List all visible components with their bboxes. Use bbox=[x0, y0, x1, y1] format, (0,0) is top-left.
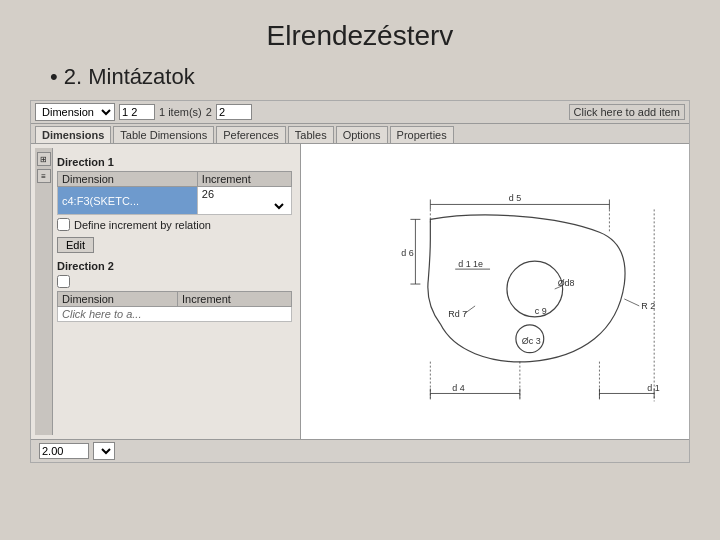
sidebar-icon-list[interactable]: ≡ bbox=[37, 169, 51, 183]
inc-select[interactable] bbox=[202, 200, 287, 213]
table-row: c4:F3(SKETC... 26 bbox=[58, 187, 292, 215]
d1-label: d 1 bbox=[647, 383, 659, 393]
d11e-label: d 1 1e bbox=[458, 259, 483, 269]
tab-peferences[interactable]: Peferences bbox=[216, 126, 286, 143]
tab-table-dimensions[interactable]: Table Dimensions bbox=[113, 126, 214, 143]
left-panel: ⊞ ≡ Direction 1 Dimension Increment bbox=[31, 144, 301, 439]
define-increment-label: Define increment by relation bbox=[74, 219, 211, 231]
r2-label: R 2 bbox=[641, 301, 655, 311]
tabs-row: Dimensions Table Dimensions Peferences T… bbox=[31, 124, 689, 144]
direction1-table: Dimension Increment c4:F3(SKETC... 26 bbox=[57, 171, 292, 215]
sidebar-icon-grid[interactable]: ⊞ bbox=[37, 152, 51, 166]
inc-cell: 26 bbox=[197, 187, 291, 215]
edit-button[interactable]: Edit bbox=[57, 237, 94, 253]
page-title: Elrendezésterv bbox=[30, 20, 690, 52]
svg-rect-0 bbox=[301, 145, 689, 438]
bottom-select[interactable]: ▼ bbox=[93, 442, 115, 460]
direction2-label: Direction 2 bbox=[57, 260, 292, 272]
dimension-select[interactable]: Dimension bbox=[35, 103, 115, 121]
dim2-cell[interactable]: Click here to a... bbox=[58, 307, 292, 322]
c9-label: c 9 bbox=[535, 306, 547, 316]
bottom-row: ▼ bbox=[31, 439, 689, 462]
dialog-box: Dimension 1 item(s) 2 Click here to add … bbox=[30, 100, 690, 463]
page: Elrendezésterv • 2. Mintázatok Dimension… bbox=[0, 0, 720, 540]
cad-canvas: d 5 d 6 d 1 1e Ød8 bbox=[301, 144, 689, 439]
col2-header-increment: Increment bbox=[177, 292, 291, 307]
bottom-value-input[interactable] bbox=[39, 443, 89, 459]
oc3-label: Øc 3 bbox=[522, 336, 541, 346]
tab-tables[interactable]: Tables bbox=[288, 126, 334, 143]
table2-row: Click here to a... bbox=[58, 307, 292, 322]
right-panel: d 5 d 6 d 1 1e Ød8 bbox=[301, 144, 689, 439]
d4-label: d 4 bbox=[452, 383, 464, 393]
content-area: ⊞ ≡ Direction 1 Dimension Increment bbox=[31, 144, 689, 439]
toolbar-value2: 2 bbox=[206, 106, 212, 118]
toolbar-row: Dimension 1 item(s) 2 Click here to add … bbox=[31, 101, 689, 124]
tab-options[interactable]: Options bbox=[336, 126, 388, 143]
direction2-checkbox-row bbox=[57, 275, 292, 288]
col-header-increment: Increment bbox=[197, 172, 291, 187]
toolbar-value3-input[interactable] bbox=[216, 104, 252, 120]
bullet-point: • 2. Mintázatok bbox=[50, 64, 690, 90]
items-label: 1 item(s) bbox=[159, 106, 202, 118]
click-here-button[interactable]: Click here to add item bbox=[569, 104, 685, 120]
define-increment-row: Define increment by relation bbox=[57, 218, 292, 231]
d5-label: d 5 bbox=[509, 193, 521, 203]
toolbar-value1-input[interactable] bbox=[119, 104, 155, 120]
tab-dimensions[interactable]: Dimensions bbox=[35, 126, 111, 143]
direction1-label: Direction 1 bbox=[57, 156, 292, 168]
direction2-checkbox[interactable] bbox=[57, 275, 70, 288]
dim-cell[interactable]: c4:F3(SKETC... bbox=[58, 187, 198, 215]
define-increment-checkbox[interactable] bbox=[57, 218, 70, 231]
direction2-table: Dimension Increment Click here to a... bbox=[57, 291, 292, 322]
tab-properties[interactable]: Properties bbox=[390, 126, 454, 143]
col-header-dimension: Dimension bbox=[58, 172, 198, 187]
col2-header-dimension: Dimension bbox=[58, 292, 178, 307]
d6-label: d 6 bbox=[401, 248, 413, 258]
